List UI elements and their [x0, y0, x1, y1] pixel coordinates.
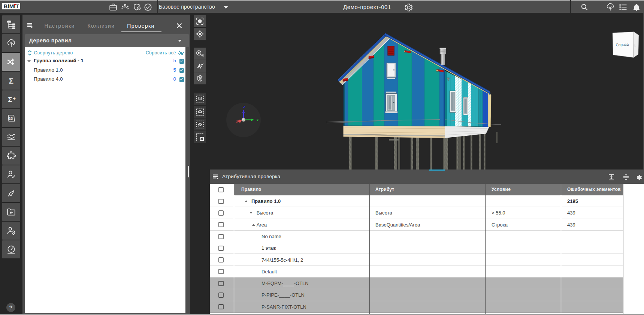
- svg-text:Σ: Σ: [8, 96, 12, 104]
- svg-text:+: +: [13, 96, 16, 101]
- svg-text:Σ: Σ: [9, 76, 13, 85]
- svg-text:Z: Z: [243, 105, 245, 109]
- svg-text:2D: 2D: [9, 116, 13, 120]
- svg-text:Справа: Справа: [616, 42, 629, 47]
- svg-text:Y: Y: [256, 118, 259, 122]
- svg-text:W: W: [634, 44, 637, 47]
- svg-text:X: X: [236, 119, 239, 123]
